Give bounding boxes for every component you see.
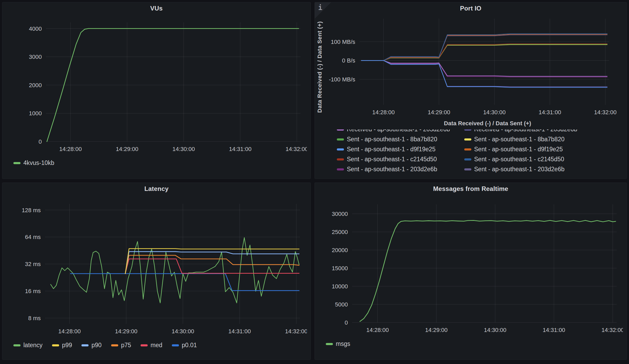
legend-label: med [151, 342, 162, 349]
legend-item[interactable]: Sent - ap-southeast-1 - 203d2e6b [464, 166, 578, 173]
panel-title-messages[interactable]: Messages from Realtime [315, 183, 627, 195]
vus-legend: 4kvus-10kb [13, 159, 311, 167]
x-tick-label: 14:32:00 [594, 109, 616, 116]
legend-item[interactable]: Sent - ap-southeast-1 - c2145d50 [464, 156, 578, 163]
messages-chart[interactable]: 14:28:0014:29:0014:30:0014:31:0014:32:00… [318, 195, 623, 339]
legend-label: Sent - ap-southeast-1 - d9f19e25 [347, 146, 436, 153]
legend-item[interactable]: Received - ap-southeast-1 - 203d2e6b [464, 129, 578, 133]
y-tick-label: 100 MB/s [331, 39, 355, 45]
legend-item[interactable]: p99 [52, 342, 72, 349]
legend-item[interactable]: Sent - ap-southeast-1 - d9f19e25 [337, 146, 450, 153]
x-tick-label: 14:28:00 [59, 146, 82, 152]
legend-label: msgs [336, 340, 350, 347]
legend-item[interactable]: 4kvus-10kb [13, 159, 54, 167]
legend-item[interactable]: msgs [326, 340, 350, 347]
y-tick-label: -100 MB/s [329, 76, 355, 83]
x-tick-label: 14:28:00 [366, 327, 389, 333]
legend-swatch-icon [464, 168, 471, 170]
series-Sent - ap-southeast-1 - 8ba7b820 (yellow) [361, 45, 607, 60]
legend-item[interactable]: Sent - ap-southeast-1 - 8ba7b820 [464, 136, 578, 143]
x-tick-label: 14:30:00 [172, 146, 195, 152]
legend-item[interactable]: latency [13, 342, 43, 349]
panel-title-latency[interactable]: Latency [2, 183, 311, 195]
legend-swatch-icon [337, 129, 344, 131]
x-tick-label: 14:31:00 [229, 146, 251, 152]
legend-label: Sent - ap-southeast-1 - c2145d50 [347, 156, 437, 163]
legend-label: Received - ap-southeast-1 - 203d2e6b [474, 129, 578, 133]
legend-swatch-icon [52, 344, 59, 346]
legend-swatch-icon [141, 344, 148, 346]
panel-title-vus[interactable]: VUs [2, 2, 311, 14]
y-tick-label: 2000 [29, 82, 42, 89]
panel-title-port-io[interactable]: Port IO [315, 2, 627, 14]
legend-label: Sent - ap-southeast-1 - 8ba7b820 [474, 136, 565, 143]
legend-swatch-icon [337, 138, 344, 141]
x-tick-label: 14:29:00 [116, 146, 138, 152]
legend-item[interactable]: p75 [111, 342, 131, 349]
legend-label: p0.01 [182, 342, 197, 349]
latency-legend: latencyp99p90p75medp0.01 [13, 342, 311, 349]
legend-item[interactable]: Sent - ap-southeast-1 - d9f19e25 [464, 146, 578, 153]
port-io-body: Data Received (-) / Data Sent (+) 14:28:… [315, 14, 627, 179]
y-tick-label: 128 ms [22, 207, 41, 214]
y-tick-label: 1000 [29, 110, 42, 117]
x-tick-label: 14:31:00 [543, 327, 565, 333]
legend-swatch-icon [337, 158, 344, 160]
panel-vus: VUs 14:28:0014:29:0014:30:0014:31:0014:3… [2, 2, 311, 179]
port-io-y-axis-title: Data Received (-) / Data Sent (+) [315, 16, 325, 113]
x-tick-label: 14:31:00 [539, 109, 561, 116]
legend-label: 4kvus-10kb [23, 159, 54, 167]
port-io-x-axis-title: Data Received (-) / Data Sent (+) [348, 120, 627, 127]
panel-info-corner [315, 2, 331, 19]
grafana-dashboard: VUs 14:28:0014:29:0014:30:0014:31:0014:3… [0, 0, 629, 364]
latency-chart[interactable]: 14:28:0014:29:0014:30:0014:31:0014:32:00… [6, 195, 307, 341]
panel-messages: Messages from Realtime 14:28:0014:29:001… [314, 183, 627, 360]
series-Received - ap-southeast-1 - 203d2e6b (light purple) [361, 60, 607, 76]
legend-label: latency [23, 342, 43, 349]
x-tick-label: 14:29:00 [428, 109, 450, 116]
legend-swatch-icon [464, 148, 471, 150]
x-tick-label: 14:30:00 [172, 328, 194, 335]
legend-label: p75 [121, 342, 131, 349]
vus-chart[interactable]: 14:28:0014:29:0014:30:0014:31:0014:32:00… [6, 14, 307, 158]
y-tick-label: 20000 [332, 247, 348, 253]
legend-label: Sent - ap-southeast-1 - 8ba7b820 [347, 136, 437, 143]
y-tick-label: 16 ms [25, 288, 41, 294]
legend-item[interactable]: Sent - ap-southeast-1 - 203d2e6b [337, 166, 450, 173]
x-tick-label: 14:29:00 [425, 327, 448, 333]
y-tick-label: 30000 [332, 211, 348, 217]
x-tick-label: 14:30:00 [483, 109, 506, 116]
series-p75 [125, 255, 299, 274]
legend-swatch-icon [326, 343, 333, 345]
legend-item[interactable]: p0.01 [172, 342, 197, 349]
y-tick-label: 4000 [29, 25, 42, 32]
legend-label: Received - ap-southeast-1 - 203d2e6b [347, 129, 450, 133]
x-tick-label: 14:31:00 [228, 328, 251, 335]
legend-swatch-icon [337, 168, 344, 170]
port-io-chart[interactable]: 14:28:0014:29:0014:30:0014:31:0014:32:00… [325, 14, 616, 119]
info-icon[interactable]: i [318, 4, 322, 11]
y-tick-label: 3000 [29, 54, 42, 60]
legend-item[interactable]: p90 [81, 342, 101, 349]
x-tick-label: 14:32:00 [285, 328, 307, 335]
legend-item[interactable]: Sent - ap-southeast-1 - 8ba7b820 [337, 136, 450, 143]
legend-swatch-icon [111, 344, 118, 346]
legend-swatch-icon [172, 344, 179, 346]
legend-item[interactable]: Received - ap-southeast-1 - 203d2e6b [337, 129, 450, 133]
series-msgs [360, 220, 616, 321]
panel-port-io: i Port IO Data Received (-) / Data Sent … [314, 2, 627, 179]
legend-label: Sent - ap-southeast-1 - 203d2e6b [474, 166, 565, 173]
x-tick-label: 14:32:00 [286, 146, 307, 152]
series-latency [51, 238, 299, 303]
y-tick-label: 0 [345, 319, 348, 326]
legend-item[interactable]: Sent - ap-southeast-1 - c2145d50 [337, 156, 450, 163]
series-med [125, 259, 299, 274]
legend-swatch-icon [81, 344, 89, 346]
legend-swatch-icon [464, 158, 471, 160]
legend-item[interactable]: med [141, 342, 162, 349]
legend-swatch-icon [337, 148, 344, 150]
y-tick-label: 0 B/s [342, 57, 355, 64]
y-tick-label: 25000 [332, 229, 348, 235]
x-tick-label: 14:30:00 [484, 327, 507, 333]
port-io-legend: Received - ap-southeast-1 - 203d2e6bRece… [337, 129, 627, 173]
